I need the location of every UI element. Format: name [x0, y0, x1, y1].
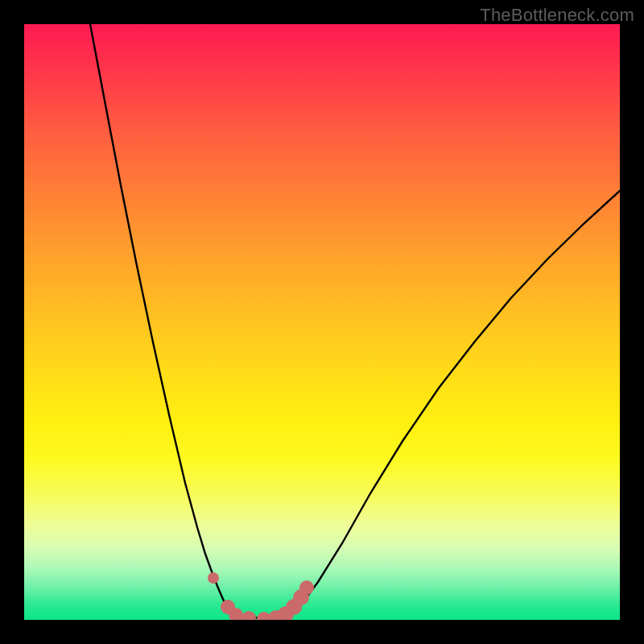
trough-marker: [242, 611, 256, 620]
curve-svg: [24, 24, 620, 620]
chart-frame: TheBottleneck.com: [0, 0, 644, 644]
trough-marker: [299, 580, 314, 595]
bottleneck-curve: [90, 24, 620, 618]
trough-markers: [208, 572, 314, 620]
watermark-text: TheBottleneck.com: [480, 5, 634, 26]
trough-marker: [208, 572, 219, 584]
plot-area: [24, 24, 620, 620]
